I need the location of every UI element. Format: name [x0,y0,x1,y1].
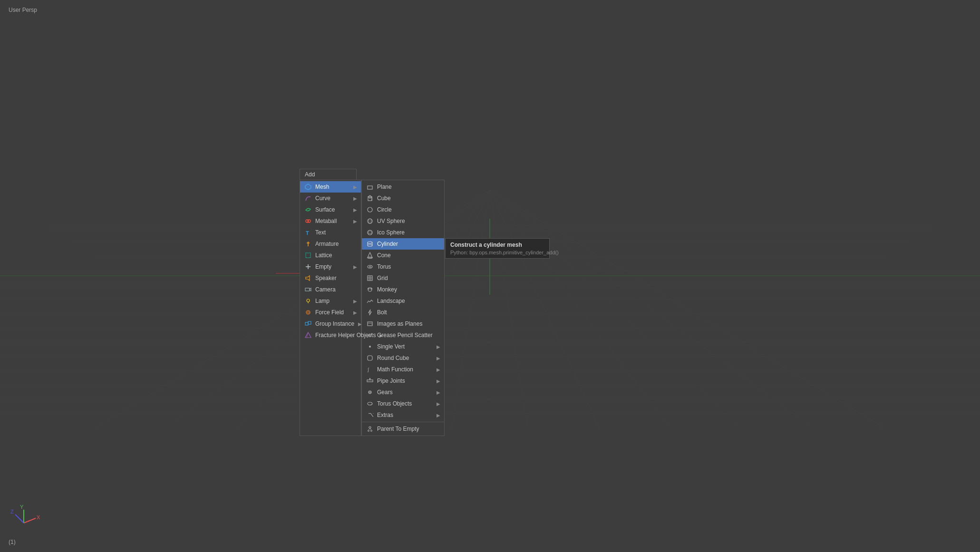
plane-label: Plane [377,184,440,190]
menu-item-armature[interactable]: Armature [300,238,361,250]
svg-rect-54 [308,321,311,324]
svg-point-95 [371,430,372,432]
submenu-item-grease-pencil-scatter[interactable]: Grease Pencil Scatter [362,329,444,341]
submenu-item-pipe-joints[interactable]: Pipe Joints ▶ [362,375,444,387]
svg-point-89 [369,391,371,394]
submenu-item-cone[interactable]: Cone [362,250,444,261]
submenu-item-bolt[interactable]: Bolt [362,307,444,318]
menu-item-lamp[interactable]: Lamp ▶ [300,295,361,307]
svg-point-90 [369,392,371,393]
submenu-item-monkey[interactable]: Monkey [362,284,444,295]
submenu-item-torus-objects[interactable]: Torus Objects ▶ [362,398,444,409]
bolt-icon [366,308,374,317]
svg-point-66 [368,242,372,243]
svg-text:Z: Z [10,509,14,514]
group-instance-icon [304,320,312,328]
plane-icon [366,183,374,191]
submenu-item-torus[interactable]: Torus [362,261,444,272]
grease-pencil-scatter-label: Grease Pencil Scatter [377,332,440,339]
camera-label: Camera [315,286,357,293]
math-function-arrow: ▶ [437,367,440,372]
svg-rect-57 [368,186,372,189]
svg-point-63 [369,219,371,223]
menu-item-metaball[interactable]: Metaball ▶ [300,215,361,227]
math-function-icon: ∫ [366,365,374,374]
svg-rect-43 [306,253,310,258]
submenu-item-math-function[interactable]: ∫ Math Function ▶ [362,364,444,375]
cone-label: Cone [377,252,440,259]
submenu-item-parent-to-empty[interactable]: Parent To Empty [362,423,444,435]
cube-icon [366,194,374,203]
group-instance-arrow: ▶ [358,321,362,327]
menu-item-camera[interactable]: Camera [300,284,361,295]
menu-item-surface[interactable]: Surface ▶ [300,204,361,215]
lamp-arrow: ▶ [353,299,357,304]
gears-label: Gears [377,389,433,396]
menu-item-mesh[interactable]: Mesh ▶ [300,181,361,193]
camera-icon [304,285,312,294]
user-persp-label: User Persp [9,7,37,13]
group-instance-label: Group Instance [315,320,354,327]
submenu-item-round-cube[interactable]: Round Cube ▶ [362,352,444,364]
circle-label: Circle [377,206,440,213]
submenu-item-plane[interactable]: Plane [362,181,444,193]
single-vert-arrow: ▶ [437,344,440,349]
svg-marker-37 [305,184,311,190]
submenu-item-landscape[interactable]: Landscape [362,295,444,307]
gears-icon [366,388,374,397]
menu-item-fracture-helper[interactable]: Fracture Helper Objects ▶ [300,329,361,341]
parent-to-empty-icon [366,425,374,433]
menu-item-speaker[interactable]: Speaker [300,272,361,284]
menu-item-curve[interactable]: Curve ▶ [300,193,361,204]
menu-item-empty[interactable]: Empty ▶ [300,261,361,272]
monkey-label: Monkey [377,286,440,293]
submenu-item-circle[interactable]: Circle [362,204,444,215]
svg-point-67 [368,244,372,246]
torus-objects-icon [366,399,374,408]
add-menu-wrapper: Mesh ▶ Curve ▶ Surface ▶ [300,180,445,436]
submenu-item-ico-sphere[interactable]: Ico Sphere [362,227,444,238]
torus-icon [366,262,374,271]
svg-line-96 [369,428,370,430]
single-vert-label: Single Vert [377,343,433,350]
lamp-label: Lamp [315,298,349,304]
force-field-label: Force Field [315,309,349,316]
svg-rect-53 [305,322,308,325]
pipe-joints-label: Pipe Joints [377,378,433,384]
svg-text:⌥: ⌥ [368,412,373,418]
images-as-planes-label: Images as Planes [377,320,440,327]
svg-marker-46 [306,276,310,281]
svg-text:X: X [37,514,40,520]
force-field-arrow: ▶ [353,310,357,315]
submenu-item-uv-sphere[interactable]: UV Sphere [362,215,444,227]
curve-icon [304,194,312,203]
mesh-label: Mesh [315,184,349,190]
submenu-item-images-as-planes[interactable]: Images as Planes [362,318,444,329]
menu-item-text[interactable]: T Text [300,227,361,238]
submenu-item-single-vert[interactable]: Single Vert ▶ [362,341,444,352]
svg-point-93 [369,426,371,428]
menu-item-force-field[interactable]: Force Field ▶ [300,307,361,318]
cylinder-label: Cylinder [377,241,440,247]
round-cube-icon [366,354,374,362]
grease-pencil-scatter-icon [366,331,374,339]
svg-text:Y: Y [20,504,24,510]
metaball-label: Metaball [315,218,349,224]
submenu-item-extras[interactable]: ⌥ Extras ▶ [362,409,444,421]
submenu-item-grid[interactable]: Grid [362,272,444,284]
svg-text:∫: ∫ [367,367,369,372]
menu-item-lattice[interactable]: Lattice [300,250,361,261]
submenu-item-cylinder[interactable]: Cylinder Construct a cylinder mesh Pytho… [362,238,444,250]
menu-container: Add Mesh ▶ Curve ▶ [300,169,445,436]
cylinder-icon [366,240,374,248]
pipe-joints-icon [366,377,374,385]
submenu-item-cube[interactable]: Cube [362,193,444,204]
curve-label: Curve [315,195,349,202]
round-cube-label: Round Cube [377,355,433,361]
pipe-joints-arrow: ▶ [437,378,440,384]
menu-item-group-instance[interactable]: Group Instance ▶ [300,318,361,329]
submenu-item-gears[interactable]: Gears ▶ [362,387,444,398]
armature-label: Armature [315,241,357,247]
extras-icon: ⌥ [366,411,374,419]
cone-icon [366,251,374,260]
